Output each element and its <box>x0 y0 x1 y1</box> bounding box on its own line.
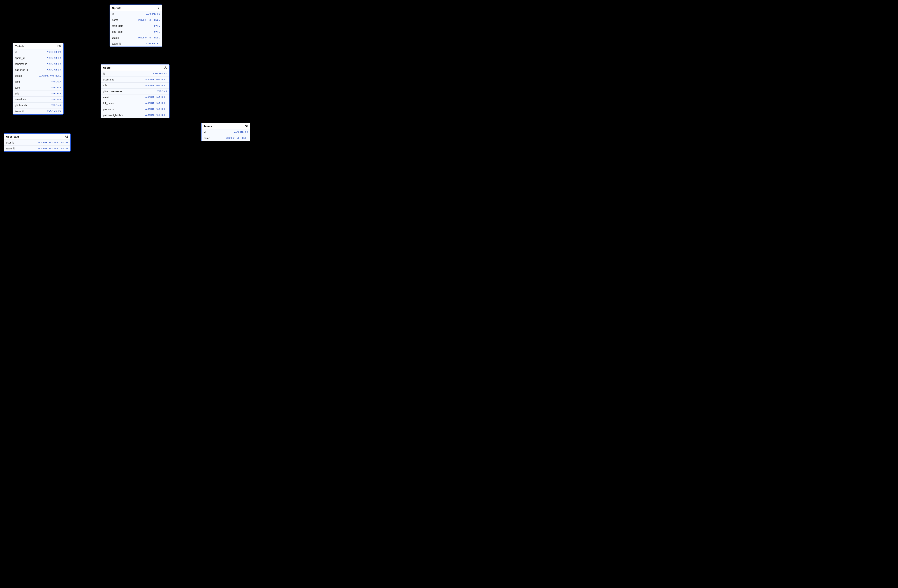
column-row[interactable]: nameVARCHAR NOT NULL <box>110 17 162 23</box>
column-type: VARCHAR PK <box>47 51 61 53</box>
column-list: idVARCHAR PKnameVARCHAR NOT NULLstart_da… <box>110 11 162 46</box>
column-type: VARCHAR NOT NULL <box>145 102 167 105</box>
column-row[interactable]: idVARCHAR PK <box>110 11 162 17</box>
column-row[interactable]: team_idVARCHAR FK <box>13 108 63 114</box>
column-type: VARCHAR NOT NULL <box>145 96 167 99</box>
column-name: id <box>112 12 114 15</box>
column-row[interactable]: sprint_idVARCHAR FK <box>13 55 63 61</box>
jira-icon <box>157 6 160 9</box>
column-name: type <box>15 86 20 89</box>
column-row[interactable]: gitlab_usernameVARCHAR <box>101 88 169 94</box>
entity-header: Users <box>101 65 169 71</box>
column-type: VARCHAR NOT NULL <box>145 108 167 111</box>
entity-title: Sprints <box>112 6 121 9</box>
column-type: VARCHAR NOT NULL <box>145 78 167 81</box>
column-row[interactable]: statusVARCHAR NOT NULL <box>13 73 63 79</box>
entity-title: Teams <box>204 125 212 128</box>
column-type: VARCHAR PK <box>146 13 160 15</box>
column-name: password_hashed <box>103 114 123 117</box>
column-name: gitlab_username <box>103 90 122 93</box>
column-type: VARCHAR NOT NULL PK FK <box>38 142 68 144</box>
column-type: VARCHAR <box>157 90 167 93</box>
column-list: idVARCHAR PKusernameVARCHAR NOT NULLrole… <box>101 71 169 118</box>
column-type: VARCHAR NOT NULL <box>138 37 160 39</box>
column-type: VARCHAR NOT NULL <box>138 18 160 21</box>
column-name: role <box>103 84 107 87</box>
column-row[interactable]: statusVARCHAR NOT NULL <box>110 35 162 41</box>
column-row[interactable]: titleVARCHAR <box>13 91 63 97</box>
column-row[interactable]: descriptionVARCHAR <box>13 97 63 102</box>
column-type: VARCHAR FK <box>47 110 61 112</box>
svg-point-7 <box>247 125 248 126</box>
column-name: end_date <box>112 30 123 33</box>
column-row[interactable]: pronounsVARCHAR NOT NULL <box>101 106 169 112</box>
entity-tickets[interactable]: Tickets idVARCHAR PKsprint_idVARCHAR FKr… <box>12 43 64 115</box>
column-name: email <box>103 96 109 99</box>
column-name: user_id <box>6 141 14 144</box>
column-list: idVARCHAR PKsprint_idVARCHAR FKreporter_… <box>13 49 63 114</box>
column-name: assignee_id <box>15 68 29 71</box>
column-row[interactable]: idVARCHAR PK <box>101 71 169 77</box>
svg-text:1: 1 <box>98 72 99 74</box>
column-row[interactable]: emailVARCHAR NOT NULL <box>101 94 169 100</box>
entity-title: UserTeam <box>6 135 19 138</box>
entity-teams[interactable]: Teams idVARCHAR PKnameVARCHAR NOT NULL <box>201 123 251 142</box>
entity-users[interactable]: Users idVARCHAR PKusernameVARCHAR NOT NU… <box>101 64 169 119</box>
column-row[interactable]: team_idVARCHAR FK <box>110 41 162 46</box>
entity-header: Tickets <box>13 43 63 49</box>
entity-userteam[interactable]: UserTeam user_idVARCHAR NOT NULL PK FKte… <box>4 133 71 152</box>
column-name: status <box>15 74 22 77</box>
column-row[interactable]: assignee_idVARCHAR FK <box>13 67 63 73</box>
column-row[interactable]: typeVARCHAR <box>13 85 63 91</box>
column-type: VARCHAR PK <box>234 131 248 134</box>
entity-sprints[interactable]: Sprints idVARCHAR PKnameVARCHAR NOT NULL… <box>109 5 162 47</box>
column-type: VARCHAR <box>51 92 61 95</box>
column-row[interactable]: reporter_idVARCHAR FK <box>13 61 63 67</box>
column-row[interactable]: nameVARCHAR NOT NULL <box>201 135 250 141</box>
svg-rect-5 <box>245 126 247 127</box>
column-row[interactable]: idVARCHAR PK <box>201 129 250 135</box>
column-row[interactable]: git_branchVARCHAR <box>13 102 63 108</box>
column-row[interactable]: start_dateDATE <box>110 23 162 29</box>
column-row[interactable]: password_hashedVARCHAR NOT NULL <box>101 112 169 118</box>
column-name: username <box>103 78 114 81</box>
svg-point-4 <box>67 135 68 137</box>
column-type: VARCHAR FK <box>47 57 61 59</box>
column-name: team_id <box>15 110 24 113</box>
column-type: VARCHAR <box>51 80 61 83</box>
column-type: VARCHAR <box>51 98 61 101</box>
column-row[interactable]: team_idVARCHAR NOT NULL PK FK <box>4 145 71 151</box>
column-type: VARCHAR NOT NULL <box>145 84 167 87</box>
column-row[interactable]: user_idVARCHAR NOT NULL PK FK <box>4 140 71 145</box>
column-row[interactable]: usernameVARCHAR NOT NULL <box>101 77 169 82</box>
entity-title: Tickets <box>15 45 24 48</box>
svg-point-6 <box>246 125 246 126</box>
column-type: VARCHAR <box>51 86 61 89</box>
column-name: team_id <box>6 147 15 150</box>
column-row[interactable]: idVARCHAR PK <box>13 49 63 55</box>
column-name: title <box>15 92 19 95</box>
column-type: VARCHAR FK <box>47 69 61 71</box>
column-name: description <box>15 98 27 101</box>
column-name: pronouns <box>103 108 114 111</box>
column-name: name <box>112 18 118 22</box>
column-row[interactable]: roleVARCHAR NOT NULL <box>101 82 169 88</box>
column-list: idVARCHAR PKnameVARCHAR NOT NULL <box>201 129 250 141</box>
svg-point-3 <box>65 135 66 137</box>
ticket-icon <box>57 45 61 48</box>
column-name: name <box>204 137 210 140</box>
column-name: label <box>15 80 20 83</box>
column-list: user_idVARCHAR NOT NULL PK FKteam_idVARC… <box>4 140 71 151</box>
column-type: VARCHAR NOT NULL PK FK <box>38 147 68 150</box>
column-name: git_branch <box>15 104 27 107</box>
column-type: VARCHAR NOT NULL <box>145 114 167 116</box>
column-row[interactable]: labelVARCHAR <box>13 79 63 85</box>
column-type: VARCHAR <box>51 104 61 107</box>
column-type: VARCHAR FK <box>146 42 160 45</box>
column-name: full_name <box>103 102 114 105</box>
column-row[interactable]: end_dateDATE <box>110 29 162 35</box>
entity-title: Users <box>103 66 111 69</box>
column-type: VARCHAR NOT NULL <box>226 137 248 139</box>
column-type: VARCHAR FK <box>47 63 61 65</box>
column-row[interactable]: full_nameVARCHAR NOT NULL <box>101 100 169 106</box>
